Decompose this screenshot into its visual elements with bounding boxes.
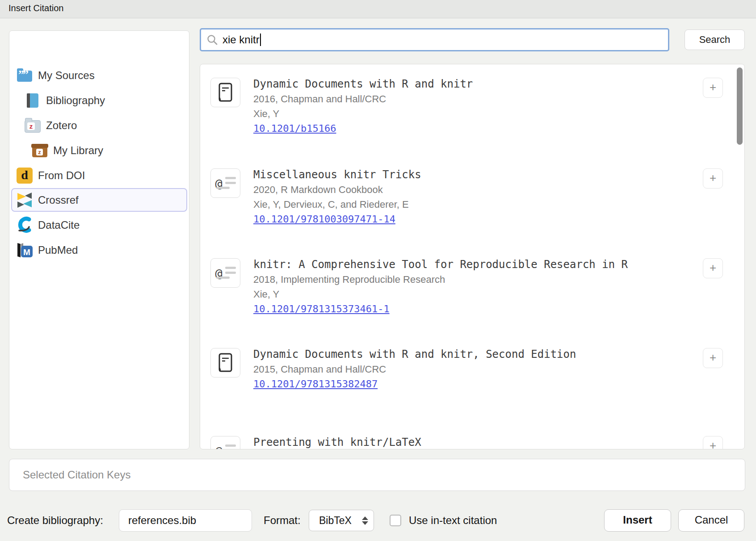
selected-keys-placeholder: Selected Citation Keys [23, 469, 130, 481]
sidebar-item-label: DataCite [38, 219, 80, 231]
insert-button[interactable]: Insert [604, 509, 671, 532]
article-icon: @ [210, 436, 240, 449]
sidebar-item-label: Bibliography [46, 94, 105, 107]
result-title: knitr: A Comprehensive Tool for Reproduc… [253, 257, 628, 272]
use-intext-citation-checkbox[interactable] [390, 515, 401, 526]
result-title: Miscellaneous knitr Tricks [253, 167, 421, 182]
cancel-button[interactable]: Cancel [678, 509, 744, 532]
result-doi-link[interactable]: 10.1201/9781003097471-14 [253, 212, 395, 226]
result-publisher: 2015, Chapman and Hall/CRC [253, 362, 576, 377]
bibliography-file-input[interactable]: references.bib [119, 509, 252, 532]
result-authors: Xie, Y, Dervieux, C, and Riederer, E [253, 197, 421, 212]
search-input[interactable]: xie knitr [200, 28, 669, 51]
result-title: Dynamic Documents with R and knitr [253, 76, 473, 92]
dialog-title: Insert Citation [8, 3, 63, 13]
add-citation-button[interactable]: + [703, 258, 723, 278]
result-publisher: 2018, Implementing Reproducible Research [253, 272, 628, 287]
selected-citation-keys-input[interactable]: Selected Citation Keys [9, 459, 745, 491]
sidebar-item-bibliography[interactable]: Bibliography [11, 88, 187, 112]
article-icon: @ [210, 258, 240, 288]
sidebar-item-label: My Sources [38, 69, 95, 82]
result-doi-link[interactable]: 10.1201/b15166 [253, 121, 336, 136]
sidebar-item-my-sources[interactable]: ”” My Sources [11, 63, 187, 87]
search-query-text: xie knitr [223, 34, 260, 46]
sources-folder-icon: ”” [16, 67, 34, 84]
text-caret [260, 34, 261, 46]
sidebar-item-datacite[interactable]: DataCite [11, 213, 187, 237]
result-authors: Xie, Y [253, 106, 473, 121]
zotero-folder-icon: z [24, 117, 42, 134]
result-authors: Xie, Y [253, 287, 628, 302]
format-label: Format: [264, 514, 301, 527]
dialog-titlebar: Insert Citation [0, 0, 756, 18]
use-intext-citation-label: Use in-text citation [409, 514, 497, 527]
svg-text:M: M [23, 247, 30, 257]
sidebar-item-label: Zotero [46, 119, 77, 132]
bibliography-book-icon [24, 92, 42, 109]
select-arrows-icon [362, 516, 368, 525]
crossref-icon [16, 191, 34, 209]
sidebar-item-label: My Library [53, 144, 103, 157]
doi-icon: d [16, 167, 34, 185]
create-bibliography-label: Create bibliography: [7, 514, 103, 527]
sources-sidebar: ”” My Sources Bibliography z Zotero z My… [9, 30, 189, 449]
result-publisher: 2016, Chapman and Hall/CRC [253, 92, 473, 106]
result-title: Dynamic Documents with R and knitr, Seco… [253, 347, 576, 362]
format-select[interactable]: BibTeX [309, 510, 374, 531]
results-list: Dynamic Documents with R and knitr 2016,… [200, 64, 745, 449]
book-icon [210, 78, 240, 107]
sidebar-item-label: PubMed [38, 244, 78, 256]
sidebar-item-from-doi[interactable]: d From DOI [11, 164, 187, 187]
sidebar-item-my-library[interactable]: z My Library [11, 138, 187, 162]
format-selected-value: BibTeX [319, 515, 352, 527]
sidebar-item-crossref[interactable]: Crossref [11, 188, 187, 212]
sidebar-item-label: From DOI [38, 169, 85, 182]
result-title: Preenting with knitr/LaTeX [253, 435, 421, 449]
add-citation-button[interactable]: + [703, 78, 723, 98]
pubmed-icon: M [16, 241, 34, 259]
result-doi-link[interactable]: 10.1201/9781315373461-1 [253, 302, 390, 316]
sidebar-item-zotero[interactable]: z Zotero [11, 113, 187, 137]
results-scrollbar[interactable] [737, 67, 743, 145]
search-button[interactable]: Search [685, 29, 745, 50]
search-icon [206, 34, 218, 46]
add-citation-button[interactable]: + [703, 348, 723, 368]
result-publisher: 2020, R Markdown Cookbook [253, 182, 421, 197]
article-icon: @ [210, 168, 240, 198]
book-icon [210, 348, 240, 377]
library-box-icon: z [31, 142, 49, 159]
result-doi-link[interactable]: 10.1201/9781315382487 [253, 377, 378, 391]
add-citation-button[interactable]: + [703, 168, 723, 189]
add-citation-button[interactable]: + [703, 436, 723, 449]
sidebar-item-label: Crossref [38, 194, 79, 206]
sidebar-item-pubmed[interactable]: M PubMed [11, 238, 187, 262]
datacite-icon [16, 216, 34, 234]
